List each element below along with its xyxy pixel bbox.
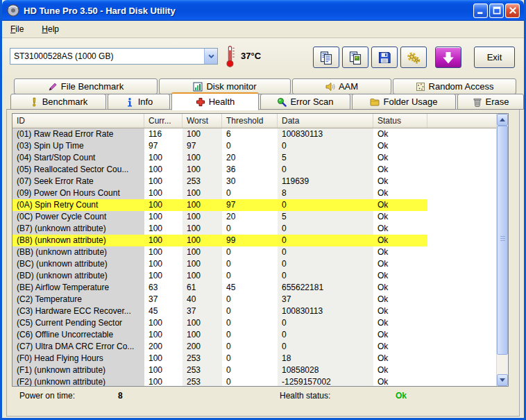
cell-id: (BD) (unknown attribute) xyxy=(12,270,144,282)
close-button[interactable] xyxy=(505,3,520,18)
column-header-curr[interactable]: Curr... xyxy=(144,114,183,128)
table-row[interactable]: (BE) Airflow Temperature636145655622181O… xyxy=(12,282,496,294)
cell-status: Ok xyxy=(373,164,427,176)
tab-file-benchmark[interactable]: File Benchmark xyxy=(14,78,158,94)
cell-id: (F0) Head Flying Hours xyxy=(12,353,144,364)
cell-filler xyxy=(427,305,496,317)
health-status-label: Health status: xyxy=(280,391,330,401)
table-row[interactable]: (B7) (unknown attribute)10010000Ok xyxy=(12,223,496,235)
scroll-down-icon xyxy=(500,378,505,382)
table-row[interactable]: (F1) (unknown attribute)100253010858028O… xyxy=(12,364,496,376)
table-row[interactable]: (0A) Spin Retry Count100100970Ok xyxy=(12,199,496,211)
tab-label: Random Access xyxy=(429,81,494,92)
cell-filler xyxy=(427,140,496,152)
cell-status: Ok xyxy=(373,305,427,317)
cell-data: 5 xyxy=(278,152,373,164)
table-header: IDCurr...WorstThresholdDataStatus xyxy=(12,114,496,128)
toolbar-buttons: Exit xyxy=(310,47,515,68)
column-header-id[interactable]: ID xyxy=(12,114,144,128)
cell-status: Ok xyxy=(373,353,427,364)
scroll-up-button[interactable] xyxy=(497,114,508,126)
temperature-value: 37°C xyxy=(241,51,261,61)
minimize-button[interactable] xyxy=(473,3,488,18)
cell-curr: 100 xyxy=(144,176,183,187)
tab-erase[interactable]: Erase xyxy=(457,94,524,110)
table-row[interactable]: (BB) (unknown attribute)10010000Ok xyxy=(12,246,496,258)
copy-text-icon xyxy=(319,51,333,65)
table-row[interactable]: (01) Raw Read Error Rate1161006100830113… xyxy=(12,128,496,140)
drive-select[interactable]: ST31000528AS (1000 GB) xyxy=(10,48,218,65)
table-row[interactable]: (03) Spin Up Time979700Ok xyxy=(12,140,496,152)
column-header-threshold[interactable]: Threshold xyxy=(222,114,278,128)
cell-data: 8 xyxy=(278,187,373,199)
tab-error-scan[interactable]: Error Scan xyxy=(260,94,350,110)
table-row[interactable]: (C6) Offline Uncorrectable10010000Ok xyxy=(12,329,496,341)
table-row[interactable]: (B8) (unknown attribute)100100990Ok xyxy=(12,235,496,246)
cell-curr: 100 xyxy=(144,199,183,211)
cell-status: Ok xyxy=(373,282,427,294)
tab-health[interactable]: Health xyxy=(171,92,259,110)
vertical-scrollbar[interactable] xyxy=(496,114,508,386)
table-row[interactable]: (C2) Temperature3740037Ok xyxy=(12,294,496,305)
cell-status: Ok xyxy=(373,258,427,270)
scrollbar-thumb[interactable] xyxy=(497,126,508,355)
table-row[interactable]: (C5) Current Pending Sector10010000Ok xyxy=(12,317,496,329)
cell-data: 10858028 xyxy=(278,364,373,376)
scroll-down-button[interactable] xyxy=(497,374,508,386)
table-row[interactable]: (05) Reallocated Sector Cou...100100360O… xyxy=(12,164,496,176)
cell-worst: 100 xyxy=(183,270,222,282)
cell-data: 0 xyxy=(278,223,373,235)
cell-id: (03) Spin Up Time xyxy=(12,140,144,152)
table-row[interactable]: (04) Start/Stop Count100100205Ok xyxy=(12,152,496,164)
gears-icon xyxy=(407,51,421,65)
erase-icon xyxy=(473,97,482,107)
cell-data: -1259157002 xyxy=(278,376,373,386)
cell-worst: 253 xyxy=(183,176,222,187)
cell-threshold: 0 xyxy=(222,246,278,258)
table-row[interactable]: (C7) Ultra DMA CRC Error Co...20020000Ok xyxy=(12,341,496,353)
cell-curr: 63 xyxy=(144,282,183,294)
tab-folder-usage[interactable]: Folder Usage xyxy=(352,94,456,110)
power-on-time-value: 8 xyxy=(118,391,123,401)
cell-threshold: 0 xyxy=(222,353,278,364)
table-row[interactable]: (0C) Power Cycle Count100100205Ok xyxy=(12,211,496,223)
drive-select-dropdown-button[interactable] xyxy=(204,49,217,64)
tab-aam[interactable]: AAM xyxy=(292,78,391,94)
column-header-worst[interactable]: Worst xyxy=(183,114,222,128)
cell-filler xyxy=(427,294,496,305)
down-arrow-icon xyxy=(441,51,455,65)
table-row[interactable]: (BC) (unknown attribute)10010000Ok xyxy=(12,258,496,270)
exit-button[interactable]: Exit xyxy=(474,47,515,68)
cell-status: Ok xyxy=(373,128,427,140)
cell-id: (01) Raw Read Error Rate xyxy=(12,128,144,140)
cell-data: 18 xyxy=(278,353,373,364)
cell-data: 0 xyxy=(278,258,373,270)
cell-id: (F2) (unknown attribute) xyxy=(12,376,144,386)
update-button[interactable] xyxy=(435,47,461,68)
column-header-filler xyxy=(427,114,496,128)
options-button[interactable] xyxy=(400,47,427,68)
copy-image-button[interactable] xyxy=(342,47,368,68)
maximize-icon xyxy=(493,6,501,15)
cell-data: 5 xyxy=(278,211,373,223)
column-header-data[interactable]: Data xyxy=(278,114,373,128)
tab-benchmark[interactable]: Benchmark xyxy=(10,94,106,110)
table-row[interactable]: (BD) (unknown attribute)10010000Ok xyxy=(12,270,496,282)
menu-file[interactable]: File xyxy=(8,23,26,35)
column-header-status[interactable]: Status xyxy=(373,114,427,128)
maximize-button[interactable] xyxy=(489,3,504,18)
table-row[interactable]: (F0) Head Flying Hours100253018Ok xyxy=(12,353,496,364)
cell-filler xyxy=(427,211,496,223)
table-row[interactable]: (09) Power On Hours Count10010008Ok xyxy=(12,187,496,199)
cell-id: (0A) Spin Retry Count xyxy=(12,199,144,211)
health-status-value: Ok xyxy=(396,391,407,401)
table-row[interactable]: (07) Seek Error Rate10025330119639Ok xyxy=(12,176,496,187)
tab-label: Health xyxy=(209,96,235,107)
table-row[interactable]: (C3) Hardware ECC Recover...453701008301… xyxy=(12,305,496,317)
tab-random-access[interactable]: Random Access xyxy=(393,78,516,94)
copy-text-button[interactable] xyxy=(313,47,339,68)
tab-info[interactable]: Info xyxy=(108,94,170,110)
save-button[interactable] xyxy=(371,47,398,68)
menu-help[interactable]: Help xyxy=(39,23,62,35)
table-row[interactable]: (F2) (unknown attribute)1002530-12591570… xyxy=(12,376,496,386)
